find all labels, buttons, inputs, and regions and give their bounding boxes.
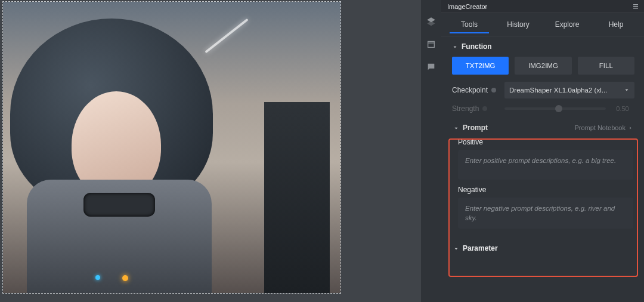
section-prompt-title: Prompt — [463, 124, 488, 132]
panel-title: ImageCreator — [447, 3, 487, 10]
tab-history[interactable]: History — [494, 16, 543, 33]
chevron-down-icon — [452, 44, 458, 50]
positive-prompt-input[interactable]: Enter positive prompt descriptions, e.g.… — [458, 150, 633, 180]
panel-tabs: Tools History Explore Help — [441, 13, 644, 36]
section-parameter-title: Parameter — [463, 244, 498, 252]
status-dot-icon — [482, 106, 487, 111]
negative-label: Negative — [458, 186, 633, 194]
chevron-right-icon — [628, 125, 633, 131]
armor-led-amber — [122, 275, 128, 281]
prompt-notebook-link[interactable]: Prompt Notebook — [574, 124, 633, 131]
armor-shape — [27, 180, 212, 293]
section-function-title: Function — [462, 42, 492, 51]
status-dot-icon — [491, 88, 496, 93]
vertical-toolstrip — [421, 0, 441, 302]
side-panel: ImageCreator Tools History Explore Help … — [441, 0, 644, 302]
checkpoint-label: Checkpoint — [452, 86, 500, 94]
section-function: Function TXT2IMG IMG2IMG FILL Checkpoint… — [441, 36, 644, 115]
chat-icon[interactable] — [426, 62, 436, 74]
tab-explore[interactable]: Explore — [543, 16, 592, 33]
app-root: ImageCreator Tools History Explore Help … — [0, 0, 644, 302]
canvas-area[interactable] — [0, 0, 421, 302]
checkpoint-select[interactable]: DreamShaper XL1.0alpha2 (xl... — [504, 82, 634, 98]
strength-row: Strength 0.50 — [452, 104, 634, 113]
tab-help[interactable]: Help — [592, 16, 640, 33]
mode-img2img[interactable]: IMG2IMG — [515, 57, 571, 75]
calendar-icon[interactable] — [426, 39, 436, 51]
section-parameter: Parameter — [441, 238, 644, 252]
section-prompt-toggle[interactable]: Prompt — [453, 124, 488, 132]
meteor-streak — [205, 19, 248, 54]
skyscraper-shape — [264, 102, 330, 293]
armor-led-cyan — [95, 275, 100, 280]
checkpoint-row: Checkpoint DreamShaper XL1.0alpha2 (xl..… — [452, 82, 634, 98]
panel-titlebar: ImageCreator — [441, 0, 644, 13]
strength-label: Strength — [452, 104, 500, 113]
negative-prompt-input[interactable]: Enter negative prompt descriptions, e.g.… — [458, 198, 633, 229]
section-parameter-header[interactable]: Parameter — [453, 244, 633, 252]
section-prompt: Prompt Prompt Notebook Positive Enter po… — [441, 115, 644, 238]
canvas-selection[interactable] — [2, 1, 341, 294]
tab-tools[interactable]: Tools — [445, 16, 494, 33]
section-function-header[interactable]: Function — [452, 42, 634, 51]
chevron-down-icon — [453, 245, 459, 251]
chevron-down-icon — [624, 87, 630, 93]
generated-image — [3, 2, 340, 293]
layers-icon[interactable] — [426, 17, 436, 29]
mode-fill[interactable]: FILL — [578, 57, 634, 75]
mode-txt2img[interactable]: TXT2IMG — [452, 57, 509, 75]
panel-scroll[interactable]: Function TXT2IMG IMG2IMG FILL Checkpoint… — [441, 36, 644, 302]
mode-buttons: TXT2IMG IMG2IMG FILL — [452, 57, 634, 75]
section-prompt-header: Prompt Prompt Notebook — [453, 124, 633, 132]
strength-value: 0.50 — [611, 105, 634, 112]
detach-icon[interactable] — [631, 2, 640, 11]
strength-slider[interactable] — [504, 107, 606, 110]
checkpoint-value: DreamShaper XL1.0alpha2 (xl... — [509, 87, 607, 94]
chevron-down-icon — [453, 125, 459, 131]
positive-label: Positive — [458, 138, 633, 146]
